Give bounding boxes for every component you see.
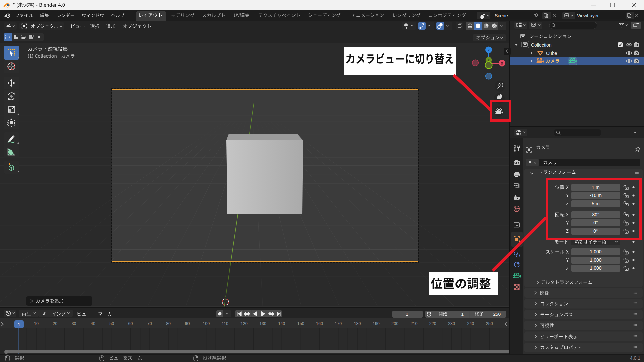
svg-text:Z: Z <box>488 48 490 52</box>
svg-text:4.0.1: 4.0.1 <box>630 355 640 361</box>
svg-text:X: X <box>501 61 503 65</box>
